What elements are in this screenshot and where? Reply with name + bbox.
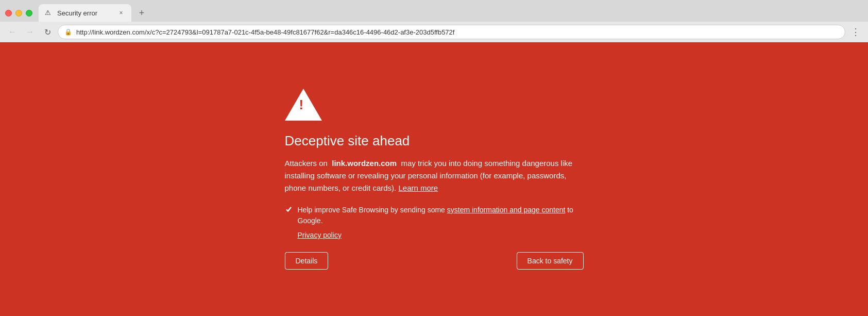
browser-menu-button[interactable]: ⋮	[848, 25, 863, 39]
domain-highlight: link.wordzen.com	[332, 159, 397, 168]
warning-icon	[285, 89, 584, 123]
reload-button[interactable]: ↻	[40, 25, 55, 39]
buttons-row: Details Back to safety	[285, 252, 584, 270]
close-window-button[interactable]	[5, 10, 12, 16]
lock-icon: 🔒	[64, 28, 72, 36]
minimize-window-button[interactable]	[15, 10, 22, 16]
page-content: Deceptive site ahead Attackers on link.w…	[0, 42, 868, 316]
maximize-window-button[interactable]	[26, 10, 32, 16]
triangle-warning-icon	[285, 89, 322, 121]
learn-more-link[interactable]: Learn more	[398, 184, 438, 192]
browser-chrome: ⚠ Security error × + ← → ↻ 🔒 http://link…	[0, 0, 868, 42]
forward-button[interactable]: →	[23, 25, 37, 39]
back-button[interactable]: ←	[5, 25, 20, 39]
browser-tab[interactable]: ⚠ Security error ×	[39, 4, 131, 22]
checkbox-label: Help improve Safe Browsing by sending so…	[298, 205, 584, 226]
warning-container: Deceptive site ahead Attackers on link.w…	[285, 89, 584, 270]
details-button[interactable]: Details	[285, 252, 329, 270]
privacy-policy-row: Privacy policy	[298, 230, 584, 240]
warning-heading: Deceptive site ahead	[285, 133, 584, 149]
address-bar[interactable]: 🔒 http://link.wordzen.com/x/c?c=2724793&…	[58, 25, 845, 39]
tab-close-button[interactable]: ×	[117, 9, 125, 17]
privacy-policy-link[interactable]: Privacy policy	[298, 231, 342, 239]
tab-favicon-icon: ⚠	[45, 9, 53, 17]
window-controls	[5, 10, 32, 16]
safe-browsing-checkbox[interactable]	[285, 206, 293, 213]
tab-title: Security error	[57, 9, 113, 17]
system-info-link[interactable]: system information and page content	[447, 206, 566, 214]
safe-browsing-checkbox-row: Help improve Safe Browsing by sending so…	[285, 205, 584, 226]
warning-body-text: Attackers on link.wordzen.com may trick …	[285, 157, 584, 194]
checkbox-text-before: Help improve Safe Browsing by sending so…	[298, 206, 445, 214]
new-tab-button[interactable]: +	[134, 6, 149, 20]
url-text: http://link.wordzen.com/x/c?c=2724793&l=…	[76, 28, 839, 36]
body-text-before: Attackers on	[285, 159, 328, 168]
address-bar-row: ← → ↻ 🔒 http://link.wordzen.com/x/c?c=27…	[0, 22, 868, 42]
back-to-safety-button[interactable]: Back to safety	[517, 252, 584, 270]
tab-bar: ⚠ Security error × +	[0, 0, 868, 22]
